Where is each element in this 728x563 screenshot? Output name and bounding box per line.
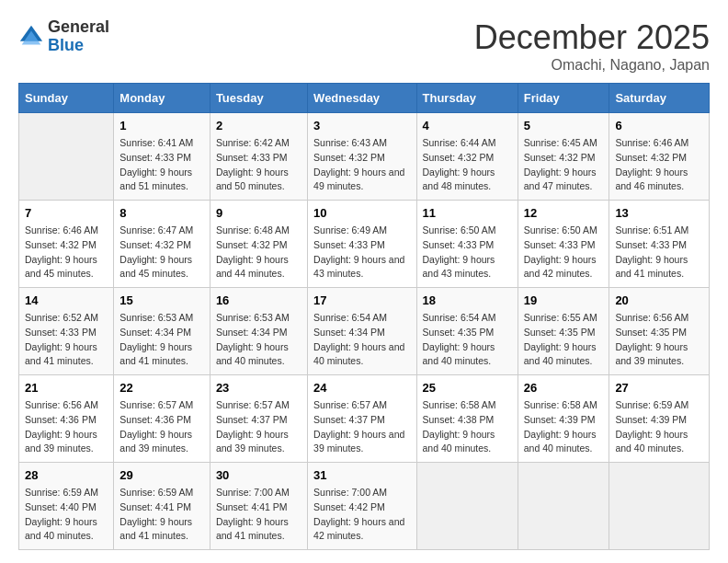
day-number: 31: [313, 468, 410, 482]
calendar-cell: 30Sunrise: 7:00 AMSunset: 4:41 PMDayligh…: [210, 463, 307, 550]
calendar-cell: 23Sunrise: 6:57 AMSunset: 4:37 PMDayligh…: [210, 375, 307, 463]
day-of-week-header: Saturday: [609, 84, 710, 113]
day-info: Sunrise: 6:50 AMSunset: 4:33 PMDaylight:…: [423, 224, 512, 282]
day-info: Sunrise: 6:49 AMSunset: 4:33 PMDaylight:…: [313, 224, 410, 282]
day-number: 18: [423, 293, 512, 307]
title-block: December 2025 Omachi, Nagano, Japan: [474, 18, 710, 74]
day-number: 26: [524, 381, 604, 395]
day-number: 2: [216, 119, 301, 132]
calendar-header-row: SundayMondayTuesdayWednesdayThursdayFrid…: [19, 84, 710, 113]
calendar-cell: [609, 463, 710, 550]
day-info: Sunrise: 6:57 AMSunset: 4:36 PMDaylight:…: [119, 398, 204, 456]
page-header: General Blue December 2025 Omachi, Nagan…: [18, 18, 710, 74]
calendar-cell: 27Sunrise: 6:59 AMSunset: 4:39 PMDayligh…: [609, 375, 710, 463]
calendar-cell: 25Sunrise: 6:58 AMSunset: 4:38 PMDayligh…: [416, 375, 518, 463]
calendar-cell: 29Sunrise: 6:59 AMSunset: 4:41 PMDayligh…: [114, 463, 210, 550]
day-info: Sunrise: 6:59 AMSunset: 4:40 PMDaylight:…: [25, 486, 108, 544]
day-of-week-header: Thursday: [416, 84, 518, 113]
calendar-cell: 12Sunrise: 6:50 AMSunset: 4:33 PMDayligh…: [518, 201, 609, 288]
calendar-cell: [518, 463, 609, 550]
calendar-cell: 22Sunrise: 6:57 AMSunset: 4:36 PMDayligh…: [114, 375, 210, 463]
day-number: 19: [524, 293, 604, 307]
day-number: 10: [313, 206, 410, 220]
day-info: Sunrise: 6:45 AMSunset: 4:32 PMDaylight:…: [524, 136, 604, 194]
calendar-cell: 24Sunrise: 6:57 AMSunset: 4:37 PMDayligh…: [308, 375, 416, 463]
calendar-cell: 16Sunrise: 6:53 AMSunset: 4:34 PMDayligh…: [210, 288, 307, 375]
day-of-week-header: Sunday: [19, 84, 114, 113]
calendar-cell: [19, 113, 114, 201]
day-number: 12: [524, 206, 604, 220]
day-number: 1: [119, 119, 204, 132]
calendar-cell: 14Sunrise: 6:52 AMSunset: 4:33 PMDayligh…: [19, 288, 114, 375]
logo-general-text: General: [48, 17, 109, 36]
day-info: Sunrise: 6:59 AMSunset: 4:39 PMDaylight:…: [615, 398, 703, 456]
day-info: Sunrise: 6:58 AMSunset: 4:38 PMDaylight:…: [423, 398, 512, 456]
day-info: Sunrise: 6:48 AMSunset: 4:32 PMDaylight:…: [216, 224, 301, 282]
day-of-week-header: Friday: [518, 84, 609, 113]
calendar-cell: 4Sunrise: 6:44 AMSunset: 4:32 PMDaylight…: [416, 113, 518, 201]
day-info: Sunrise: 6:51 AMSunset: 4:33 PMDaylight:…: [615, 224, 703, 282]
calendar-week-row: 1Sunrise: 6:41 AMSunset: 4:33 PMDaylight…: [19, 113, 710, 201]
day-info: Sunrise: 6:42 AMSunset: 4:33 PMDaylight:…: [216, 136, 301, 194]
calendar-cell: 5Sunrise: 6:45 AMSunset: 4:32 PMDaylight…: [518, 113, 609, 201]
day-number: 9: [216, 206, 301, 220]
day-number: 20: [615, 293, 703, 307]
day-info: Sunrise: 6:53 AMSunset: 4:34 PMDaylight:…: [216, 311, 301, 369]
day-number: 22: [119, 381, 204, 395]
calendar-cell: [416, 463, 518, 550]
day-number: 17: [313, 293, 410, 307]
day-info: Sunrise: 6:44 AMSunset: 4:32 PMDaylight:…: [423, 136, 512, 194]
day-info: Sunrise: 6:54 AMSunset: 4:34 PMDaylight:…: [313, 311, 410, 369]
calendar-cell: 17Sunrise: 6:54 AMSunset: 4:34 PMDayligh…: [308, 288, 416, 375]
day-of-week-header: Wednesday: [308, 84, 416, 113]
day-info: Sunrise: 6:46 AMSunset: 4:32 PMDaylight:…: [615, 136, 703, 194]
day-info: Sunrise: 6:53 AMSunset: 4:34 PMDaylight:…: [119, 311, 204, 369]
calendar-cell: 10Sunrise: 6:49 AMSunset: 4:33 PMDayligh…: [308, 201, 416, 288]
month-title: December 2025: [474, 18, 710, 57]
day-info: Sunrise: 6:59 AMSunset: 4:41 PMDaylight:…: [119, 486, 204, 544]
day-info: Sunrise: 6:41 AMSunset: 4:33 PMDaylight:…: [119, 136, 204, 194]
day-number: 21: [25, 381, 108, 395]
day-info: Sunrise: 7:00 AMSunset: 4:41 PMDaylight:…: [216, 486, 301, 544]
day-info: Sunrise: 6:43 AMSunset: 4:32 PMDaylight:…: [313, 136, 410, 194]
day-number: 29: [119, 468, 204, 482]
calendar-cell: 6Sunrise: 6:46 AMSunset: 4:32 PMDaylight…: [609, 113, 710, 201]
day-number: 25: [423, 381, 512, 395]
location: Omachi, Nagano, Japan: [474, 57, 710, 74]
calendar-cell: 20Sunrise: 6:56 AMSunset: 4:35 PMDayligh…: [609, 288, 710, 375]
calendar-cell: 28Sunrise: 6:59 AMSunset: 4:40 PMDayligh…: [19, 463, 114, 550]
calendar-cell: 3Sunrise: 6:43 AMSunset: 4:32 PMDaylight…: [308, 113, 416, 201]
day-number: 8: [119, 206, 204, 220]
day-info: Sunrise: 6:56 AMSunset: 4:35 PMDaylight:…: [615, 311, 703, 369]
calendar-week-row: 14Sunrise: 6:52 AMSunset: 4:33 PMDayligh…: [19, 288, 710, 375]
calendar-cell: 18Sunrise: 6:54 AMSunset: 4:35 PMDayligh…: [416, 288, 518, 375]
day-of-week-header: Monday: [114, 84, 210, 113]
day-number: 24: [313, 381, 410, 395]
day-number: 23: [216, 381, 301, 395]
calendar-cell: 21Sunrise: 6:56 AMSunset: 4:36 PMDayligh…: [19, 375, 114, 463]
calendar-cell: 15Sunrise: 6:53 AMSunset: 4:34 PMDayligh…: [114, 288, 210, 375]
day-info: Sunrise: 6:58 AMSunset: 4:39 PMDaylight:…: [524, 398, 604, 456]
day-number: 15: [119, 293, 204, 307]
calendar-cell: 11Sunrise: 6:50 AMSunset: 4:33 PMDayligh…: [416, 201, 518, 288]
calendar-cell: 2Sunrise: 6:42 AMSunset: 4:33 PMDaylight…: [210, 113, 307, 201]
day-number: 7: [25, 206, 108, 220]
day-info: Sunrise: 6:57 AMSunset: 4:37 PMDaylight:…: [216, 398, 301, 456]
day-number: 30: [216, 468, 301, 482]
day-number: 3: [313, 119, 410, 132]
day-info: Sunrise: 6:54 AMSunset: 4:35 PMDaylight:…: [423, 311, 512, 369]
day-info: Sunrise: 6:57 AMSunset: 4:37 PMDaylight:…: [313, 398, 410, 456]
calendar-cell: 1Sunrise: 6:41 AMSunset: 4:33 PMDaylight…: [114, 113, 210, 201]
day-number: 4: [423, 119, 512, 132]
day-number: 27: [615, 381, 703, 395]
day-info: Sunrise: 6:55 AMSunset: 4:35 PMDaylight:…: [524, 311, 604, 369]
day-number: 5: [524, 119, 604, 132]
logo: General Blue: [18, 18, 109, 55]
logo-blue-text: Blue: [48, 36, 84, 54]
calendar-cell: 31Sunrise: 7:00 AMSunset: 4:42 PMDayligh…: [308, 463, 416, 550]
day-info: Sunrise: 6:47 AMSunset: 4:32 PMDaylight:…: [119, 224, 204, 282]
calendar-cell: 26Sunrise: 6:58 AMSunset: 4:39 PMDayligh…: [518, 375, 609, 463]
calendar-week-row: 21Sunrise: 6:56 AMSunset: 4:36 PMDayligh…: [19, 375, 710, 463]
calendar-cell: 13Sunrise: 6:51 AMSunset: 4:33 PMDayligh…: [609, 201, 710, 288]
calendar-cell: 19Sunrise: 6:55 AMSunset: 4:35 PMDayligh…: [518, 288, 609, 375]
